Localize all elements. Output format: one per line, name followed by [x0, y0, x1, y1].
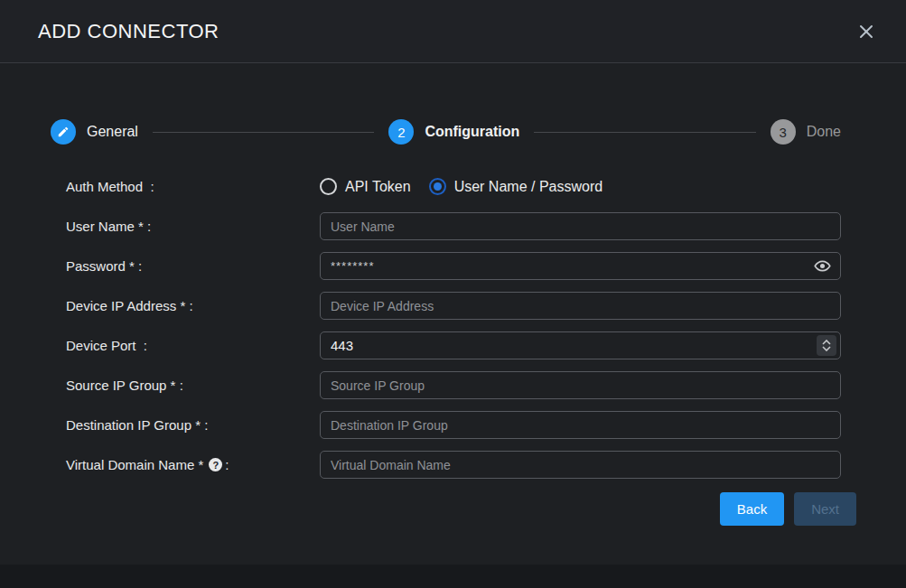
dialog-header: ADD CONNECTOR — [0, 0, 906, 63]
virtual-domain-row: Virtual Domain Name * ? : — [51, 451, 841, 479]
source-ip-group-input[interactable] — [320, 371, 841, 399]
help-icon[interactable]: ? — [209, 458, 222, 471]
destination-ip-group-input[interactable] — [320, 411, 841, 439]
radio-api-token[interactable]: API Token — [320, 178, 411, 195]
next-button[interactable]: Next — [794, 492, 856, 526]
show-password-toggle[interactable] — [814, 257, 831, 275]
user-name-label: User Name * : — [66, 219, 320, 234]
destination-ip-group-row: Destination IP Group * : — [51, 411, 841, 439]
password-row: Password * : — [51, 252, 841, 280]
radio-selected-icon — [429, 178, 446, 195]
stepper-connector — [153, 132, 374, 133]
step-configuration-label: Configuration — [425, 124, 519, 140]
device-ip-input[interactable] — [320, 292, 841, 320]
virtual-domain-colon: : — [225, 457, 229, 472]
device-ip-label: Device IP Address * : — [66, 298, 320, 313]
device-port-input[interactable] — [320, 331, 841, 359]
step-general[interactable]: General — [51, 119, 138, 145]
auth-method-radio-group: API Token User Name / Password — [320, 178, 602, 195]
close-button[interactable] — [854, 19, 879, 44]
password-label: Password * : — [66, 258, 320, 274]
step-configuration[interactable]: 2 Configuration — [388, 119, 519, 145]
auth-method-label: Auth Method : — [66, 179, 320, 194]
radio-username-password-label: User Name / Password — [454, 179, 603, 195]
step-configuration-circle: 2 — [388, 119, 414, 145]
chevron-up-icon — [822, 340, 831, 345]
virtual-domain-input[interactable] — [320, 451, 841, 479]
dialog-title: ADD CONNECTOR — [38, 20, 219, 43]
dialog-footer-strip — [0, 565, 906, 588]
eye-icon — [814, 257, 831, 275]
step-general-circle — [51, 119, 76, 145]
destination-ip-group-label: Destination IP Group * : — [66, 417, 320, 433]
stepper-connector — [534, 132, 755, 133]
device-ip-row: Device IP Address * : — [51, 292, 841, 320]
password-input[interactable] — [320, 252, 841, 280]
step-done[interactable]: 3 Done — [771, 119, 841, 145]
close-icon — [857, 23, 875, 41]
pencil-icon — [57, 126, 70, 138]
back-button[interactable]: Back — [720, 492, 784, 526]
device-port-row: Device Port : — [51, 331, 841, 359]
step-general-label: General — [87, 124, 138, 140]
source-ip-group-label: Source IP Group * : — [66, 378, 320, 393]
virtual-domain-label-text: Virtual Domain Name * — [66, 457, 203, 472]
number-stepper[interactable] — [817, 335, 836, 356]
radio-unselected-icon — [320, 178, 337, 195]
auth-method-row: Auth Method : API Token User Name / Pass… — [51, 173, 841, 201]
dialog-actions: Back Next — [51, 492, 856, 526]
chevron-down-icon — [822, 346, 831, 351]
connector-form: Auth Method : API Token User Name / Pass… — [51, 173, 841, 526]
step-done-circle: 3 — [771, 119, 796, 145]
radio-username-password[interactable]: User Name / Password — [429, 178, 603, 195]
wizard-stepper: General 2 Configuration 3 Done — [51, 119, 841, 145]
user-name-row: User Name * : — [51, 212, 841, 240]
step-done-label: Done — [807, 124, 841, 140]
add-connector-dialog: ADD CONNECTOR General 2 Configuration — [0, 0, 906, 588]
source-ip-group-row: Source IP Group * : — [51, 371, 841, 399]
device-port-label: Device Port : — [66, 338, 320, 353]
virtual-domain-label: Virtual Domain Name * ? : — [66, 457, 320, 472]
radio-api-token-label: API Token — [345, 179, 411, 195]
user-name-input[interactable] — [320, 212, 841, 240]
dialog-body: General 2 Configuration 3 Done Auth Meth… — [0, 63, 906, 565]
